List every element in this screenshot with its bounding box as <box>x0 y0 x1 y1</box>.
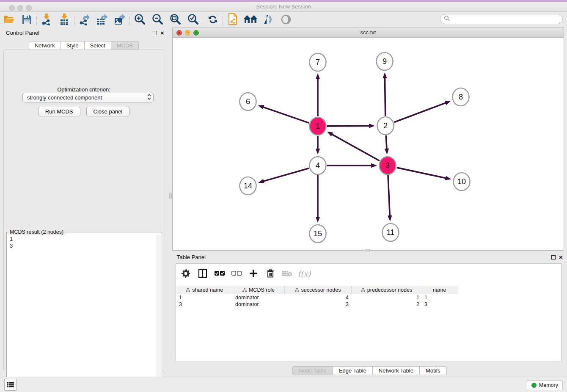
close-table-panel-icon[interactable]: × <box>559 254 563 261</box>
column-header-predecessor-nodes[interactable]: predecessor nodes <box>351 286 422 294</box>
edge-arrowhead <box>383 72 387 78</box>
optimization-criterion-select[interactable]: strongly connected component <box>22 93 154 102</box>
tab-mcds[interactable]: MCDS <box>111 41 139 50</box>
edge-2-8[interactable] <box>394 103 446 122</box>
table-cell[interactable]: dominator <box>233 294 284 301</box>
edge-1-2[interactable] <box>327 126 370 126</box>
hide-details-icon[interactable] <box>259 13 277 26</box>
deselect-all-icon[interactable] <box>231 268 242 279</box>
table-panel: Table Panel × <box>172 252 567 377</box>
import-table-icon[interactable] <box>55 13 73 26</box>
edge-2-3[interactable] <box>386 135 387 149</box>
table-cell[interactable]: 1 <box>176 294 233 301</box>
open-folder-icon[interactable] <box>0 13 18 26</box>
gear-icon[interactable] <box>180 268 191 279</box>
close-panel-button[interactable]: Close panel <box>86 107 130 116</box>
memory-button[interactable]: Memory <box>527 380 563 390</box>
table-cell[interactable]: dominator <box>233 301 284 308</box>
add-column-icon[interactable] <box>248 268 259 279</box>
selected-criterion: strongly connected component <box>27 94 147 101</box>
mcds-result-title: MCDS result (2 nodes) <box>8 229 65 235</box>
float-table-panel-icon[interactable] <box>551 255 556 259</box>
save-icon[interactable] <box>18 13 36 26</box>
node-table-container: f(x) shared nameMCDS rolesuccessor nodes… <box>176 263 561 362</box>
toolbar-separator <box>203 14 203 25</box>
table-cell[interactable]: 3 <box>176 301 233 308</box>
mcds-result-box: MCDS result (2 nodes) 13 <box>6 232 162 390</box>
delete-column-icon[interactable] <box>265 268 276 279</box>
tab-network-table[interactable]: Network Table <box>373 366 420 375</box>
table-cell[interactable]: 1 <box>422 294 457 301</box>
select-all-icon[interactable] <box>214 268 225 279</box>
table-row[interactable]: 3dominator323 <box>176 301 457 308</box>
task-history-button[interactable] <box>4 379 17 391</box>
import-network-icon[interactable] <box>38 13 55 26</box>
tab-edge-table[interactable]: Edge Table <box>333 366 373 375</box>
export-image-icon[interactable] <box>111 13 129 26</box>
zoom-out-icon[interactable] <box>149 13 166 26</box>
table-row[interactable]: 1dominator411 <box>176 294 457 301</box>
network-canvas[interactable]: 7968124314101511 <box>173 38 564 250</box>
edge-arrowhead <box>445 101 451 105</box>
column-header-shared-name[interactable]: shared name <box>176 286 233 294</box>
mcds-result-list[interactable]: 13 <box>7 235 157 389</box>
edge-arrowhead <box>445 176 451 180</box>
panel-divider-handle[interactable] <box>169 193 172 199</box>
network-from-file-icon[interactable] <box>224 13 242 26</box>
panel-divider-handle[interactable] <box>365 249 370 251</box>
run-mcds-button[interactable]: Run MCDS <box>38 107 80 116</box>
edge-arrowhead <box>316 149 320 155</box>
edge-3-10[interactable] <box>396 168 446 178</box>
mcds-result-scrollbar[interactable] <box>157 235 161 389</box>
column-header-successor-nodes[interactable]: successor nodes <box>284 286 351 294</box>
table-panel-tabs: Node TableEdge TableNetwork TableMotifs <box>172 366 567 375</box>
zoom-fit-icon[interactable] <box>166 13 184 26</box>
toolbar-separator <box>223 14 223 25</box>
function-builder-icon[interactable]: f(x) <box>299 268 310 279</box>
export-table-icon[interactable] <box>93 13 111 26</box>
delete-table-icon[interactable] <box>282 268 293 279</box>
node-table[interactable]: shared nameMCDS rolesuccessor nodesprede… <box>176 286 457 308</box>
column-header-name[interactable]: name <box>422 286 457 294</box>
tab-network[interactable]: Network <box>29 41 61 50</box>
mcds-result-item: 3 <box>10 243 157 249</box>
export-network-icon[interactable] <box>75 13 93 26</box>
search-input[interactable] <box>450 15 562 23</box>
table-cell[interactable]: 4 <box>284 294 351 301</box>
table-cell[interactable]: 2 <box>351 301 422 308</box>
search-field[interactable] <box>440 14 563 24</box>
tab-node-table[interactable]: Node Table <box>292 366 333 375</box>
zoom-in-icon[interactable] <box>131 13 149 26</box>
edge-arrowhead <box>385 149 389 155</box>
node-label: 3 <box>385 161 390 170</box>
show-details-icon[interactable] <box>277 13 295 26</box>
table-cell[interactable]: 3 <box>284 301 351 308</box>
status-bar: Memory <box>0 377 567 392</box>
edge-3-1[interactable] <box>331 134 380 161</box>
toolbar-separator <box>129 14 130 25</box>
edge-4-14[interactable] <box>263 168 309 181</box>
edge-arrowhead <box>258 105 264 109</box>
edge-2-9[interactable] <box>385 77 385 116</box>
memory-status-icon <box>531 383 537 388</box>
table-cell[interactable]: 3 <box>422 301 457 308</box>
edge-arrowhead <box>327 132 333 136</box>
close-panel-icon[interactable]: × <box>160 29 164 37</box>
edge-1-6[interactable] <box>263 107 309 123</box>
home-networks-icon[interactable] <box>242 13 259 26</box>
edge-3-11[interactable] <box>388 175 390 216</box>
tab-style[interactable]: Style <box>61 41 85 50</box>
tab-select[interactable]: Select <box>85 41 111 50</box>
table-cell[interactable]: 1 <box>351 294 422 301</box>
node-label: 9 <box>383 57 387 66</box>
column-header-MCDS-role[interactable]: MCDS role <box>233 286 284 294</box>
network-window-titlebar[interactable]: × – + scc.txt <box>173 28 564 38</box>
network-window-title: scc.txt <box>173 28 564 38</box>
column-layout-icon[interactable] <box>197 268 208 279</box>
edge-arrowhead <box>388 215 392 221</box>
zoom-selected-icon[interactable] <box>184 13 202 26</box>
table-header-row: shared nameMCDS rolesuccessor nodesprede… <box>176 286 457 294</box>
tab-motifs[interactable]: Motifs <box>420 366 447 375</box>
float-panel-icon[interactable] <box>153 31 157 35</box>
refresh-icon[interactable] <box>204 13 222 26</box>
